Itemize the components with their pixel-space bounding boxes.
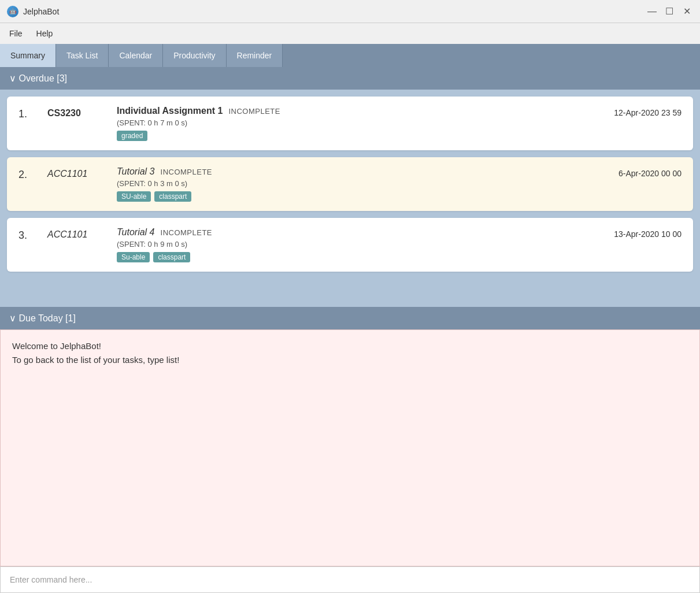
task-date-1: 12-Apr-2020 23 59 — [577, 106, 682, 117]
table-row: 2. ACC1101 Tutorial 3 INCOMPLETE (SPENT:… — [7, 157, 693, 211]
task-area: 1. CS3230 Individual Assignment 1 INCOMP… — [0, 90, 700, 307]
chat-line-2: To go back to the list of your tasks, ty… — [12, 353, 688, 367]
task-number-3: 3. — [18, 227, 36, 242]
task-course-1: CS3230 — [47, 106, 105, 118]
tabs-bar: Summary Task List Calendar Productivity … — [0, 44, 700, 67]
command-input[interactable] — [1, 567, 699, 592]
task-spent-3: (SPENT: 0 h 9 m 0 s) — [117, 240, 566, 249]
task-title-3: Tutorial 4 — [117, 227, 155, 238]
table-row: 1. CS3230 Individual Assignment 1 INCOMP… — [7, 97, 693, 150]
tab-productivity[interactable]: Productivity — [163, 44, 226, 67]
main-content: ∨ Overdue [3] 1. CS3230 Individual Assig… — [0, 67, 700, 593]
task-title-2: Tutorial 3 — [117, 166, 155, 177]
chat-area: Welcome to JelphaBot! To go back to the … — [0, 329, 700, 566]
task-date-2: 6-Apr-2020 00 00 — [577, 166, 682, 178]
task-title-row-3: Tutorial 4 INCOMPLETE — [117, 227, 566, 238]
command-input-area — [0, 566, 700, 593]
list-item: Su-able — [117, 252, 150, 262]
app-icon: 🤖 — [7, 6, 18, 17]
task-details-2: Tutorial 3 INCOMPLETE (SPENT: 0 h 3 m 0 … — [117, 166, 566, 202]
list-item: classpart — [154, 191, 191, 202]
task-details-3: Tutorial 4 INCOMPLETE (SPENT: 0 h 9 m 0 … — [117, 227, 566, 262]
task-status-1: INCOMPLETE — [228, 107, 280, 116]
overdue-title: ∨ Overdue [3] — [9, 73, 67, 84]
app-title: JelphaBot — [23, 7, 59, 16]
tab-calendar[interactable]: Calendar — [109, 44, 163, 67]
title-bar: 🤖 JelphaBot — ☐ ✕ — [0, 0, 700, 23]
task-title-row-1: Individual Assignment 1 INCOMPLETE — [117, 106, 566, 116]
task-tags-1: graded — [117, 131, 566, 141]
task-details-1: Individual Assignment 1 INCOMPLETE (SPEN… — [117, 106, 566, 141]
tab-reminder[interactable]: Reminder — [227, 44, 283, 67]
list-item: graded — [117, 131, 147, 141]
task-tags-2: SU-able classpart — [117, 191, 566, 202]
task-tags-3: Su-able classpart — [117, 252, 566, 262]
tab-tasklist[interactable]: Task List — [56, 44, 109, 67]
title-bar-controls: — ☐ ✕ — [646, 5, 693, 18]
due-today-section-header: ∨ Due Today [1] — [0, 307, 700, 329]
chat-line-1: Welcome to JelphaBot! — [12, 339, 688, 353]
title-bar-left: 🤖 JelphaBot — [7, 6, 59, 17]
menu-file[interactable]: File — [5, 27, 27, 40]
minimize-button[interactable]: — — [646, 5, 658, 18]
task-number-2: 2. — [18, 166, 36, 181]
close-button[interactable]: ✕ — [680, 5, 693, 18]
due-today-title: ∨ Due Today [1] — [9, 313, 76, 324]
task-list-panel: 1. CS3230 Individual Assignment 1 INCOMP… — [0, 90, 700, 307]
task-course-3: ACC1101 — [47, 227, 105, 240]
task-status-3: INCOMPLETE — [161, 228, 213, 237]
menu-bar: File Help — [0, 23, 700, 44]
task-title-row-2: Tutorial 3 INCOMPLETE — [117, 166, 566, 177]
task-spent-1: (SPENT: 0 h 7 m 0 s) — [117, 118, 566, 127]
task-spent-2: (SPENT: 0 h 3 m 0 s) — [117, 179, 566, 188]
list-item: SU-able — [117, 191, 151, 202]
task-status-2: INCOMPLETE — [161, 168, 213, 176]
task-date-3: 13-Apr-2020 10 00 — [577, 227, 682, 239]
task-title-1: Individual Assignment 1 — [117, 106, 223, 116]
task-course-2: ACC1101 — [47, 166, 105, 179]
table-row: 3. ACC1101 Tutorial 4 INCOMPLETE (SPENT:… — [7, 218, 693, 272]
menu-help[interactable]: Help — [32, 27, 58, 40]
maximize-button[interactable]: ☐ — [663, 5, 676, 18]
task-number-1: 1. — [18, 106, 36, 120]
overdue-section-header: ∨ Overdue [3] — [0, 67, 700, 90]
tab-summary[interactable]: Summary — [0, 44, 56, 67]
list-item: classpart — [153, 252, 190, 262]
